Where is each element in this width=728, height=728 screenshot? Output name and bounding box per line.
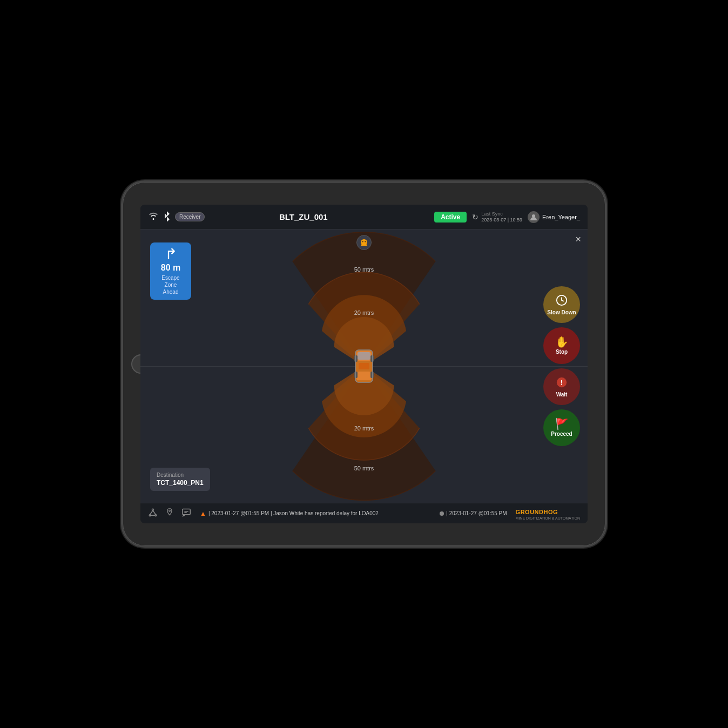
svg-point-1 [362, 241, 363, 242]
notification-dot [440, 511, 444, 516]
sync-info: ↻ Last Sync 2023-03-07 | 10:59 [472, 211, 522, 223]
destination-label: Destination [157, 472, 204, 478]
svg-rect-6 [354, 355, 358, 362]
header-bar: Receiver BLT_ZU_001 Active ↻ Last Sync 2… [140, 205, 588, 230]
navigation-card: ↱ 80 m Escape Zone Ahead [150, 242, 191, 300]
sync-label: Last Sync [481, 211, 522, 217]
stop-button[interactable]: ✋ Stop [543, 327, 580, 364]
svg-rect-10 [358, 352, 370, 360]
location-icon[interactable] [165, 508, 174, 520]
footer-icons [148, 508, 191, 520]
wait-button[interactable]: ! Wait [543, 368, 580, 405]
footer-alert: ▲ | 2023-01-27 @01:55 PM | Jason White h… [200, 510, 431, 517]
svg-line-20 [153, 510, 156, 515]
close-button[interactable]: × [575, 234, 581, 245]
footer-notification: | 2023-01-27 @01:55 PM [440, 510, 507, 516]
wait-label: Wait [556, 392, 568, 397]
svg-rect-11 [359, 363, 369, 369]
destination-value: TCT_1400_PN1 [157, 479, 204, 487]
svg-rect-8 [354, 372, 358, 378]
message-icon[interactable] [181, 508, 191, 519]
device-name: BLT_ZU_001 [178, 212, 429, 221]
user-info: Eren_Yeager_ [528, 211, 580, 223]
control-buttons: Slow Down ✋ Stop ! Wait 🚩 [543, 286, 580, 446]
tablet-screen: Receiver BLT_ZU_001 Active ↻ Last Sync 2… [140, 205, 588, 523]
network-icon[interactable] [148, 508, 158, 520]
bluetooth-icon [163, 211, 171, 224]
proceed-icon: 🚩 [555, 419, 569, 429]
destination-card: Destination TCT_1400_PN1 [150, 468, 210, 491]
user-avatar [528, 211, 540, 223]
notification-text: | 2023-01-27 @01:55 PM [446, 510, 507, 516]
slow-down-icon [556, 294, 568, 308]
svg-rect-5 [356, 372, 372, 380]
slow-down-button[interactable]: Slow Down [543, 286, 580, 323]
proceed-button[interactable]: 🚩 Proceed [543, 409, 580, 446]
brand-area: GROUNDHOG MINE DIGITIZATION & AUTOMATION [516, 507, 580, 520]
nav-label: Escape Zone Ahead [154, 274, 187, 295]
main-content: × ↱ 80 m Escape Zone Ahead [140, 230, 588, 503]
svg-point-16 [152, 509, 154, 510]
alert-triangle-icon: ▲ [200, 510, 206, 517]
vehicle-icon [352, 348, 376, 385]
slow-down-label: Slow Down [547, 309, 576, 315]
user-name: Eren_Yeager_ [542, 214, 580, 220]
groundhog-logo-icon [356, 235, 372, 250]
wait-icon: ! [556, 376, 568, 390]
wifi-icon [148, 212, 159, 223]
sync-date: 2023-03-07 | 10:59 [481, 217, 522, 223]
alert-text: | 2023-01-27 @01:55 PM | Jason White has… [208, 510, 379, 516]
stop-icon: ✋ [555, 336, 569, 347]
brand-logo: GROUNDHOG [516, 509, 558, 515]
nav-direction-arrow: ↱ [154, 247, 187, 262]
sync-icon: ↻ [472, 213, 478, 221]
nav-distance: 80 m [154, 263, 187, 273]
svg-point-2 [365, 241, 366, 242]
active-status-badge: Active [434, 212, 467, 223]
svg-point-22 [169, 510, 171, 511]
brand-subtitle: MINE DIGITIZATION & AUTOMATION [516, 516, 580, 520]
footer-bar: ▲ | 2023-01-27 @01:55 PM | Jason White h… [140, 503, 588, 523]
stop-label: Stop [556, 349, 568, 355]
svg-text:!: ! [561, 378, 563, 386]
proceed-label: Proceed [551, 431, 572, 437]
svg-rect-9 [370, 372, 374, 378]
svg-line-19 [150, 510, 153, 515]
tablet-device: Receiver BLT_ZU_001 Active ↻ Last Sync 2… [121, 180, 607, 548]
svg-rect-7 [370, 355, 374, 362]
